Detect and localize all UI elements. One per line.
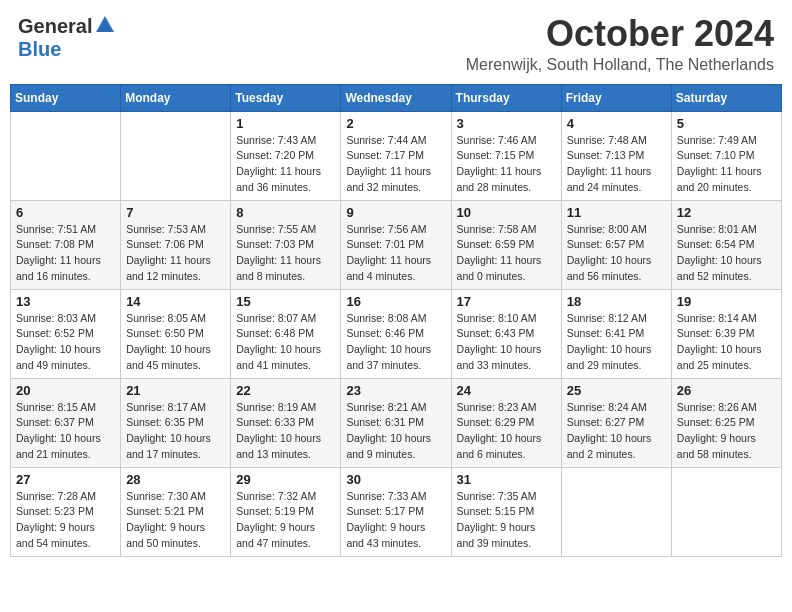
calendar-cell: 25Sunrise: 8:24 AMSunset: 6:27 PMDayligh…: [561, 378, 671, 467]
sunrise-text: Sunrise: 8:17 AM: [126, 400, 225, 416]
day-number: 24: [457, 383, 556, 398]
daylight-text: Daylight: 10 hours and 45 minutes.: [126, 342, 225, 374]
sunrise-text: Sunrise: 7:46 AM: [457, 133, 556, 149]
day-header-tuesday: Tuesday: [231, 84, 341, 111]
location-title: Merenwijk, South Holland, The Netherland…: [466, 56, 774, 74]
day-number: 5: [677, 116, 776, 131]
calendar-cell: 15Sunrise: 8:07 AMSunset: 6:48 PMDayligh…: [231, 289, 341, 378]
daylight-text: Daylight: 9 hours and 39 minutes.: [457, 520, 556, 552]
calendar-cell: 4Sunrise: 7:48 AMSunset: 7:13 PMDaylight…: [561, 111, 671, 200]
day-number: 9: [346, 205, 445, 220]
calendar-cell: [561, 467, 671, 556]
day-info: Sunrise: 8:17 AMSunset: 6:35 PMDaylight:…: [126, 400, 225, 463]
sunset-text: Sunset: 6:57 PM: [567, 237, 666, 253]
day-info: Sunrise: 7:32 AMSunset: 5:19 PMDaylight:…: [236, 489, 335, 552]
sunset-text: Sunset: 5:15 PM: [457, 504, 556, 520]
day-info: Sunrise: 7:44 AMSunset: 7:17 PMDaylight:…: [346, 133, 445, 196]
day-number: 11: [567, 205, 666, 220]
day-header-monday: Monday: [121, 84, 231, 111]
day-number: 10: [457, 205, 556, 220]
daylight-text: Daylight: 9 hours and 43 minutes.: [346, 520, 445, 552]
sunset-text: Sunset: 6:54 PM: [677, 237, 776, 253]
day-info: Sunrise: 7:56 AMSunset: 7:01 PMDaylight:…: [346, 222, 445, 285]
day-number: 21: [126, 383, 225, 398]
sunset-text: Sunset: 7:20 PM: [236, 148, 335, 164]
calendar-cell: 6Sunrise: 7:51 AMSunset: 7:08 PMDaylight…: [11, 200, 121, 289]
title-area: October 2024 Merenwijk, South Holland, T…: [466, 14, 774, 74]
daylight-text: Daylight: 10 hours and 9 minutes.: [346, 431, 445, 463]
day-info: Sunrise: 8:00 AMSunset: 6:57 PMDaylight:…: [567, 222, 666, 285]
day-number: 3: [457, 116, 556, 131]
sunset-text: Sunset: 6:43 PM: [457, 326, 556, 342]
sunset-text: Sunset: 7:13 PM: [567, 148, 666, 164]
calendar-cell: 31Sunrise: 7:35 AMSunset: 5:15 PMDayligh…: [451, 467, 561, 556]
page-header: General Blue October 2024 Merenwijk, Sou…: [10, 10, 782, 78]
day-info: Sunrise: 7:33 AMSunset: 5:17 PMDaylight:…: [346, 489, 445, 552]
calendar-cell: [671, 467, 781, 556]
day-info: Sunrise: 8:12 AMSunset: 6:41 PMDaylight:…: [567, 311, 666, 374]
calendar-week-row: 27Sunrise: 7:28 AMSunset: 5:23 PMDayligh…: [11, 467, 782, 556]
daylight-text: Daylight: 11 hours and 32 minutes.: [346, 164, 445, 196]
day-info: Sunrise: 8:05 AMSunset: 6:50 PMDaylight:…: [126, 311, 225, 374]
daylight-text: Daylight: 9 hours and 50 minutes.: [126, 520, 225, 552]
day-info: Sunrise: 7:58 AMSunset: 6:59 PMDaylight:…: [457, 222, 556, 285]
calendar-cell: 10Sunrise: 7:58 AMSunset: 6:59 PMDayligh…: [451, 200, 561, 289]
sunrise-text: Sunrise: 8:05 AM: [126, 311, 225, 327]
sunset-text: Sunset: 6:52 PM: [16, 326, 115, 342]
day-info: Sunrise: 8:03 AMSunset: 6:52 PMDaylight:…: [16, 311, 115, 374]
day-info: Sunrise: 8:01 AMSunset: 6:54 PMDaylight:…: [677, 222, 776, 285]
sunrise-text: Sunrise: 7:49 AM: [677, 133, 776, 149]
day-info: Sunrise: 8:19 AMSunset: 6:33 PMDaylight:…: [236, 400, 335, 463]
daylight-text: Daylight: 11 hours and 28 minutes.: [457, 164, 556, 196]
sunrise-text: Sunrise: 7:53 AM: [126, 222, 225, 238]
sunrise-text: Sunrise: 7:51 AM: [16, 222, 115, 238]
day-header-thursday: Thursday: [451, 84, 561, 111]
day-info: Sunrise: 7:51 AMSunset: 7:08 PMDaylight:…: [16, 222, 115, 285]
sunrise-text: Sunrise: 8:14 AM: [677, 311, 776, 327]
calendar-cell: 29Sunrise: 7:32 AMSunset: 5:19 PMDayligh…: [231, 467, 341, 556]
day-number: 27: [16, 472, 115, 487]
sunrise-text: Sunrise: 8:00 AM: [567, 222, 666, 238]
sunset-text: Sunset: 7:06 PM: [126, 237, 225, 253]
calendar-cell: 18Sunrise: 8:12 AMSunset: 6:41 PMDayligh…: [561, 289, 671, 378]
day-number: 23: [346, 383, 445, 398]
day-info: Sunrise: 7:55 AMSunset: 7:03 PMDaylight:…: [236, 222, 335, 285]
sunrise-text: Sunrise: 8:07 AM: [236, 311, 335, 327]
day-number: 29: [236, 472, 335, 487]
sunset-text: Sunset: 6:46 PM: [346, 326, 445, 342]
day-number: 26: [677, 383, 776, 398]
calendar-cell: [121, 111, 231, 200]
sunset-text: Sunset: 6:25 PM: [677, 415, 776, 431]
sunrise-text: Sunrise: 8:24 AM: [567, 400, 666, 416]
daylight-text: Daylight: 10 hours and 52 minutes.: [677, 253, 776, 285]
calendar-cell: 19Sunrise: 8:14 AMSunset: 6:39 PMDayligh…: [671, 289, 781, 378]
logo-general-text: General: [18, 15, 92, 38]
sunrise-text: Sunrise: 7:33 AM: [346, 489, 445, 505]
month-title: October 2024: [466, 14, 774, 54]
sunrise-text: Sunrise: 8:26 AM: [677, 400, 776, 416]
calendar-cell: 13Sunrise: 8:03 AMSunset: 6:52 PMDayligh…: [11, 289, 121, 378]
day-number: 20: [16, 383, 115, 398]
calendar-cell: 24Sunrise: 8:23 AMSunset: 6:29 PMDayligh…: [451, 378, 561, 467]
daylight-text: Daylight: 11 hours and 24 minutes.: [567, 164, 666, 196]
sunset-text: Sunset: 5:23 PM: [16, 504, 115, 520]
sunrise-text: Sunrise: 7:58 AM: [457, 222, 556, 238]
sunset-text: Sunset: 7:15 PM: [457, 148, 556, 164]
day-number: 7: [126, 205, 225, 220]
day-info: Sunrise: 7:48 AMSunset: 7:13 PMDaylight:…: [567, 133, 666, 196]
day-number: 25: [567, 383, 666, 398]
day-number: 2: [346, 116, 445, 131]
calendar-cell: 21Sunrise: 8:17 AMSunset: 6:35 PMDayligh…: [121, 378, 231, 467]
daylight-text: Daylight: 11 hours and 8 minutes.: [236, 253, 335, 285]
daylight-text: Daylight: 9 hours and 54 minutes.: [16, 520, 115, 552]
day-info: Sunrise: 8:24 AMSunset: 6:27 PMDaylight:…: [567, 400, 666, 463]
sunrise-text: Sunrise: 7:28 AM: [16, 489, 115, 505]
daylight-text: Daylight: 11 hours and 16 minutes.: [16, 253, 115, 285]
day-header-sunday: Sunday: [11, 84, 121, 111]
sunset-text: Sunset: 7:03 PM: [236, 237, 335, 253]
calendar-cell: 7Sunrise: 7:53 AMSunset: 7:06 PMDaylight…: [121, 200, 231, 289]
calendar-cell: 28Sunrise: 7:30 AMSunset: 5:21 PMDayligh…: [121, 467, 231, 556]
sunrise-text: Sunrise: 7:43 AM: [236, 133, 335, 149]
calendar-cell: 9Sunrise: 7:56 AMSunset: 7:01 PMDaylight…: [341, 200, 451, 289]
day-info: Sunrise: 7:35 AMSunset: 5:15 PMDaylight:…: [457, 489, 556, 552]
